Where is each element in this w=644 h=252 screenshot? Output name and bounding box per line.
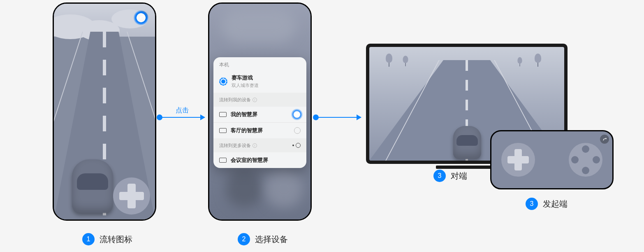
step-2-label: 2 选择设备 [238,233,288,245]
info-icon[interactable]: i [253,98,257,102]
dpad[interactable] [113,177,150,215]
car [72,159,113,217]
step-3b-label: 3 发起端 [526,198,568,210]
device-row-more-1[interactable]: 会议室的智慧屏 [213,152,306,168]
controller-initiator [490,130,614,189]
ring-icon [296,143,301,148]
step-3a-label: 3 对端 [433,170,467,182]
device-panel: 本机 赛车游戏 双人城市赛道 流转到我的设备 i 我的智慧屏 客厅的智慧屏 流转… [213,57,306,168]
info-icon[interactable]: i [253,143,257,148]
controller-buttons[interactable] [569,143,602,177]
selected-dot-icon [219,77,227,86]
app-name: 赛车游戏 [232,74,259,82]
cast-highlight [132,9,150,27]
phone-step-2: 本机 赛车游戏 双人城市赛道 流转到我的设备 i 我的智慧屏 客厅的智慧屏 流转… [208,2,312,221]
tv-car [453,126,481,161]
section-more-devices: 流转到更多设备 i [213,138,306,152]
dot-icon [292,145,294,146]
local-header: 本机 [213,57,306,70]
step-1-label: 1 流转图标 [82,233,132,245]
controller-dpad[interactable] [501,143,535,177]
device-row-my-1[interactable]: 我的智慧屏 [213,107,306,122]
game-screen [54,4,155,219]
arrow-1: 点击 [160,117,205,118]
arrow-label: 点击 [176,106,189,115]
radio-icon [294,127,301,134]
section-my-devices: 流转到我的设备 i [213,93,306,107]
step-num: 1 [82,233,95,245]
screen-icon [219,112,227,117]
screen-icon [219,128,227,133]
app-subtitle: 双人城市赛道 [232,82,259,89]
step-num: 3 [526,198,538,210]
arrow-2 [316,117,361,118]
current-app-row: 赛车游戏 双人城市赛道 [213,70,306,93]
screen-icon [219,158,227,163]
device-row-my-2[interactable]: 客厅的智慧屏 [213,122,306,138]
select-highlight [290,107,304,121]
phone-step-1 [53,2,156,221]
step-num: 2 [238,233,250,245]
cast-icon[interactable] [600,135,609,144]
step-num: 3 [433,170,446,182]
